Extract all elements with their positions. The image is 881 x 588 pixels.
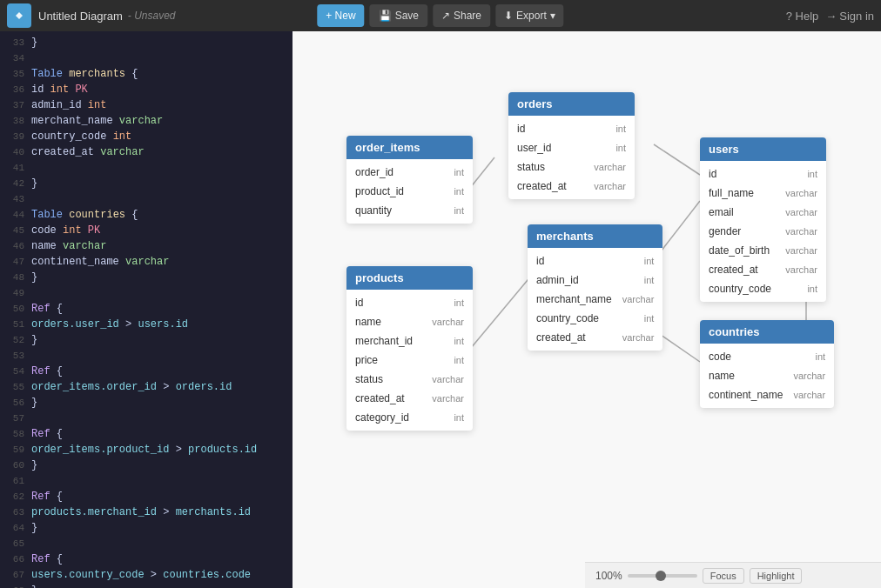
code-line: 42} [0,176,293,191]
code-line: 40 created_at varchar [0,144,293,160]
table-countries[interactable]: countries code int name varchar continen… [700,320,834,408]
line-content: country_code int [31,129,131,144]
line-number: 51 [0,317,24,332]
code-line: 51 orders.user_id > users.id [0,317,293,332]
line-number: 66 [0,552,24,567]
line-number: 43 [0,192,24,207]
field-row: country_code int [700,279,826,298]
line-content: } [31,520,37,536]
line-number: 61 [0,474,24,489]
field-row: product_id int [346,182,473,201]
line-number: 47 [0,255,24,270]
code-line: 38 merchant_name varchar [0,113,293,129]
code-line: 43 [0,191,293,207]
unsaved-indicator: - Unsaved [128,10,176,22]
field-row: name varchar [700,366,834,385]
export-button[interactable]: ⬇ Export ▾ [495,4,564,27]
field-row: merchant_id int [346,331,473,351]
field-row: id int [700,164,826,184]
line-number: 40 [0,145,24,160]
table-countries-body: code int name varchar continent_name var… [700,344,834,408]
code-line: 62Ref { [0,489,293,504]
line-number: 53 [0,349,24,364]
line-content: } [31,583,37,588]
code-line: 52} [0,332,293,348]
line-number: 44 [0,208,24,223]
line-content: } [31,395,37,411]
signin-link[interactable]: → Sign in [825,10,874,23]
line-content: } [31,270,37,285]
code-line: 36 id int PK [0,82,293,97]
code-line: 48} [0,270,293,285]
field-row: id int [508,119,635,138]
line-number: 39 [0,130,24,144]
line-number: 41 [0,161,24,176]
new-button[interactable]: + New [317,4,364,27]
field-row: admin_id int [528,271,662,290]
table-order-items[interactable]: order_items order_id int product_id int … [346,136,473,224]
line-number: 33 [0,36,24,50]
save-icon: 💾 [379,10,392,22]
code-line: 45 code int PK [0,223,293,238]
table-products-body: id int name varchar merchant_id int pric… [346,290,473,431]
field-row: created_at varchar [346,389,473,408]
code-line: 59 order_items.product_id > products.id [0,442,293,458]
table-orders[interactable]: orders id int user_id int status varchar… [508,92,635,199]
signin-icon: → [825,10,837,23]
code-line: 58Ref { [0,426,293,442]
code-line: 68} [0,583,293,588]
code-line: 47 continent_name varchar [0,254,293,270]
diagram-title[interactable]: Untitled Diagram [38,10,123,23]
code-editor-panel[interactable]: 33}3435Table merchants {36 id int PK37 a… [0,31,293,588]
table-orders-body: id int user_id int status varchar create… [508,116,635,199]
code-line: 39 country_code int [0,129,293,144]
code-line: 55 order_items.order_id > orders.id [0,379,293,395]
code-line: 46 name varchar [0,238,293,254]
bottom-bar: 100% Focus Highlight From Holistics folk… [585,562,881,588]
zoom-slider[interactable] [628,574,697,578]
table-merchants[interactable]: merchants id int admin_id int merchant_n… [528,224,662,351]
code-line: 61 [0,473,293,489]
diagram-panel[interactable]: orders id int user_id int status varchar… [293,31,881,588]
code-line: 34 [0,50,293,66]
table-orders-header: orders [508,92,635,116]
share-button[interactable]: ↗ Share [433,4,490,27]
line-content: } [31,332,37,348]
save-button[interactable]: 💾 Save [370,4,427,27]
line-content: order_items.product_id > products.id [31,442,257,458]
code-line: 57 [0,411,293,426]
line-content: id int PK [31,82,88,97]
line-number: 35 [0,67,24,82]
field-row: merchant_name varchar [528,290,662,309]
chevron-down-icon: ▾ [550,10,555,22]
line-content: Table countries { [31,207,138,223]
line-content: Table merchants { [31,66,138,82]
focus-button[interactable]: Focus [703,568,744,584]
line-number: 34 [0,51,24,66]
code-line: 64} [0,520,293,536]
center-buttons: + New 💾 Save ↗ Share ⬇ Export ▾ [317,4,563,27]
right-buttons: ? Help → Sign in [786,10,874,23]
field-row: continent_name varchar [700,385,834,404]
highlight-button[interactable]: Highlight [750,568,803,584]
code-editor[interactable]: 33}3435Table merchants {36 id int PK37 a… [0,31,293,588]
line-number: 62 [0,490,24,504]
code-line: 53 [0,348,293,364]
line-number: 56 [0,396,24,411]
code-line: 49 [0,285,293,301]
code-line: 66Ref { [0,551,293,567]
help-link[interactable]: ? Help [786,10,819,23]
line-content: } [31,176,37,191]
line-content: Ref { [31,551,63,567]
line-number: 42 [0,177,24,191]
line-number: 45 [0,224,24,238]
svg-line-3 [467,275,532,353]
field-row: price int [346,351,473,370]
share-icon: ↗ [441,10,450,22]
app-logo[interactable] [7,3,31,28]
line-number: 65 [0,537,24,551]
line-content: Ref { [31,489,63,504]
table-products[interactable]: products id int name varchar merchant_id… [346,266,473,431]
table-users[interactable]: users id int full_name varchar email var… [700,137,826,302]
line-content: order_items.order_id > orders.id [31,379,232,395]
